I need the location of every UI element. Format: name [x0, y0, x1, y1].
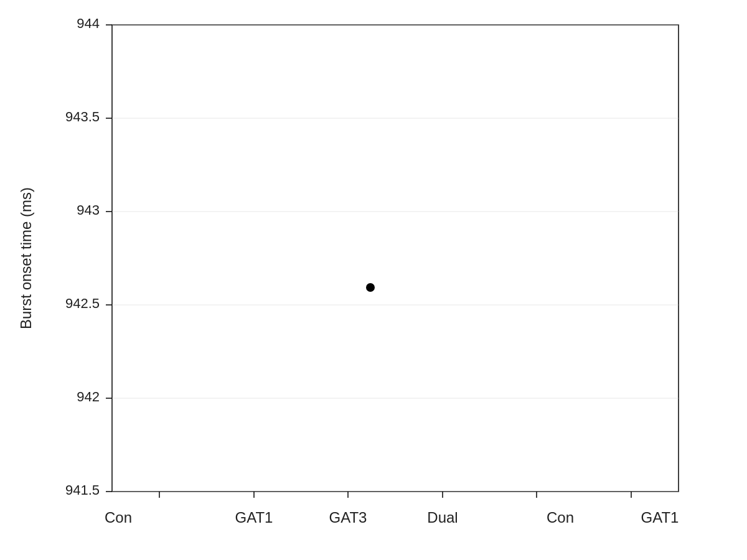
scatter-plot: 941.5 942 942.5 943 943.5 944: [0, 0, 747, 560]
y-tick-9425: 942.5: [65, 296, 100, 311]
x-label-dual: Dual: [427, 509, 458, 526]
x-label-gat1-2: GAT1: [641, 509, 679, 526]
x-label-con2: Con: [547, 509, 574, 526]
y-tick-944: 944: [77, 16, 100, 31]
chart-container: 941.5 942 942.5 943 943.5 944: [0, 0, 747, 560]
plot-background: [112, 25, 679, 492]
y-tick-9415: 941.5: [65, 482, 100, 498]
data-point-gat3: [366, 283, 375, 292]
x-label-gat3: GAT3: [329, 509, 367, 526]
y-tick-9435: 943.5: [65, 109, 100, 124]
x-label-gat1-1: GAT1: [235, 509, 273, 526]
y-tick-942: 942: [77, 389, 100, 404]
x-label-con1: Con: [105, 509, 132, 526]
y-tick-943: 943: [77, 202, 100, 218]
y-axis-label: Burst onset time (ms): [17, 187, 34, 329]
